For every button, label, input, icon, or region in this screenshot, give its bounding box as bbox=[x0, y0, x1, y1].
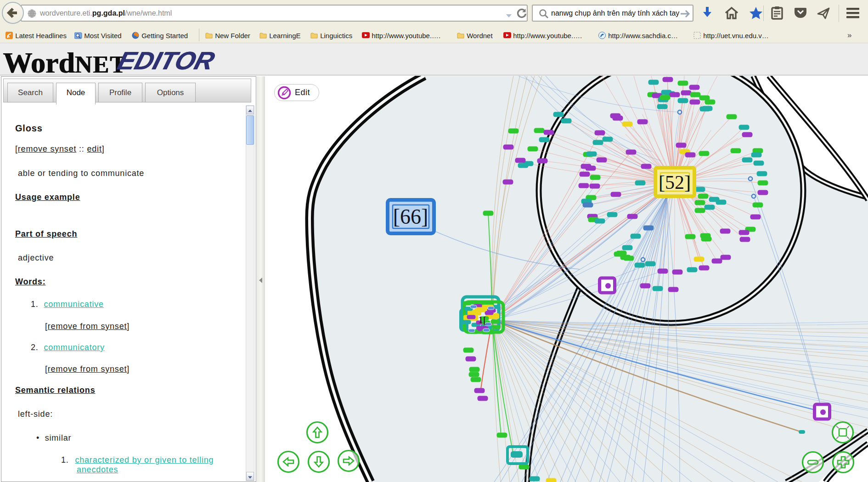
svg-text:[66]: [66] bbox=[393, 205, 428, 228]
svg-text:1[: 1[ bbox=[478, 314, 486, 325]
svg-text:[52]: [52] bbox=[659, 172, 691, 193]
